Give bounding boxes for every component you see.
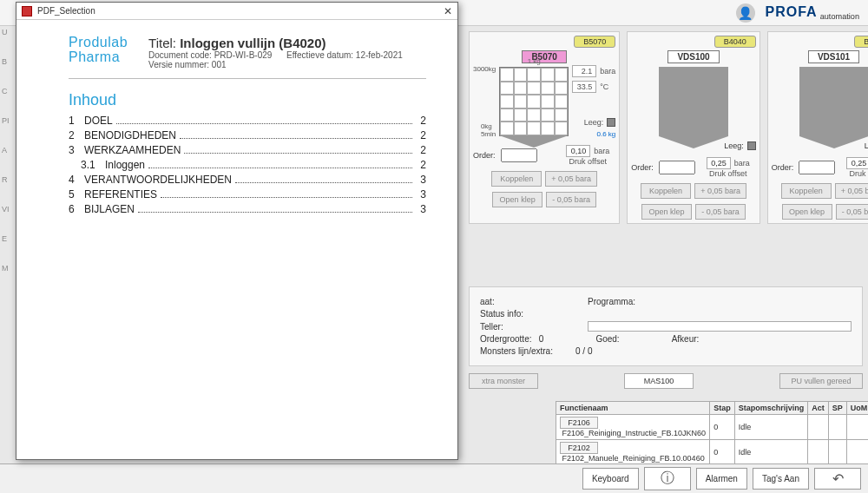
bottom-kg: 0.6 kg	[572, 130, 615, 138]
pdf-app-icon	[22, 6, 32, 16]
extra-monster-button[interactable]: xtra monster	[469, 373, 538, 389]
close-icon[interactable]: ✕	[444, 5, 452, 17]
plus-bara-button[interactable]: + 0,05 bara	[694, 183, 746, 199]
koppelen-button[interactable]: Koppelen	[641, 183, 691, 199]
order-input[interactable]	[659, 161, 695, 174]
scale-top: 3000kg	[473, 65, 496, 73]
reading-temp: 33.5 °C	[572, 81, 615, 93]
doc-title: Titel: Inloggen vullijn (B4020)	[148, 36, 403, 50]
back-icon[interactable]: ↶	[814, 468, 861, 490]
toc-item[interactable]: 1DOEL2	[69, 115, 426, 127]
table-row[interactable]: F2106 F2106_Reiniging_Instructie_FB.10JK…	[556, 415, 869, 440]
bottom-bar: Keyboard ⓘ Alarmen Tag's Aan ↶	[0, 463, 868, 493]
toc-item[interactable]: 6BIJLAGEN3	[69, 203, 426, 215]
leeg-led-icon	[607, 118, 615, 127]
minus-bara-button[interactable]: - 0,05 bara	[695, 204, 746, 220]
plus-bara-button[interactable]: + 0,05 bara	[545, 171, 597, 187]
tank-badge: B5070	[574, 36, 615, 48]
toc-item[interactable]: 3.1Inloggen2	[69, 159, 426, 171]
alarmen-button[interactable]: Alarmen	[696, 468, 747, 490]
brand-text: PROFA	[766, 4, 818, 19]
toc-item[interactable]: 4VERANTWOORDELIJKHEDEN3	[69, 174, 426, 186]
koppelen-button[interactable]: Koppelen	[491, 171, 542, 187]
tank-vessel: 1 kg	[499, 67, 569, 136]
pdf-document-body: Produlab Pharma Titel: Inloggen vullijn …	[16, 20, 457, 459]
pu-vullen-button[interactable]: PU vullen gereed	[779, 373, 863, 389]
pdf-titlebar[interactable]: PDF_Selection ✕	[16, 3, 457, 20]
tank-panel-vds101: B4041 VDS101 Leeg: Order: 0,25bara Druk …	[767, 31, 868, 224]
scale-time: 5min	[481, 130, 496, 138]
mas100-button[interactable]: MAS100	[624, 373, 694, 389]
toc-item[interactable]: 2BENODIGDHEDEN2	[69, 129, 426, 141]
left-rail-labels: U B C PI A R VI E M	[2, 28, 14, 273]
scale-bot: 0kg	[481, 122, 492, 130]
pdf-selection-window: PDF_Selection ✕ Produlab Pharma Titel: I…	[16, 2, 458, 460]
info-icon[interactable]: ⓘ	[644, 467, 691, 490]
leeg-led-icon	[747, 141, 756, 150]
tanks-row: B5070 B5070 3000kg 0kg 5min 1 kg 2.1 bar…	[469, 31, 863, 224]
top-qty: 1 kg	[500, 57, 568, 65]
order-input[interactable]	[501, 148, 537, 162]
tank-badge: B4041	[854, 36, 868, 48]
tank-vessel	[799, 67, 868, 136]
tank-vessel	[659, 67, 728, 136]
koppelen-button[interactable]: Koppelen	[781, 183, 832, 199]
open-klep-button[interactable]: Open klep	[782, 204, 832, 220]
teller-progress	[588, 321, 852, 332]
minus-bara-button[interactable]: - 0,05 bara	[546, 192, 596, 207]
toc-item[interactable]: 5REFERENTIES3	[69, 188, 426, 200]
brand-sub: automation	[820, 12, 859, 21]
minus-bara-button[interactable]: - 0,05 bara	[836, 204, 868, 220]
tank-panel-b5070: B5070 B5070 3000kg 0kg 5min 1 kg 2.1 bar…	[469, 31, 620, 224]
open-klep-button[interactable]: Open klep	[641, 204, 692, 220]
keyboard-button[interactable]: Keyboard	[582, 468, 639, 490]
user-avatar-icon[interactable]: 👤	[736, 3, 755, 23]
open-klep-button[interactable]: Open klep	[492, 192, 542, 207]
tank-badge: B4040	[714, 36, 756, 48]
plus-bara-button[interactable]: + 0,05 bara	[835, 183, 868, 199]
reading-bara: 2.1 bara	[572, 65, 615, 77]
toc-list: 1DOEL2 2BENODIGDHEDEN2 3WERKZAAMHEDEN2 3…	[69, 115, 426, 215]
toc-heading: Inhoud	[69, 91, 426, 109]
order-input[interactable]	[799, 161, 835, 174]
order-label: Order:	[473, 151, 496, 160]
tags-button[interactable]: Tag's Aan	[753, 468, 809, 490]
table-row[interactable]: F2102 F2102_Manuele_Reiniging_FB.10.0046…	[556, 440, 869, 465]
toc-item[interactable]: 3WERKZAAMHEDEN2	[69, 144, 426, 156]
extra-buttons-row: xtra monster MAS100 PU vullen gereed	[469, 373, 863, 389]
process-panel: aat: Programma: Status info: Teller: Ord…	[469, 286, 863, 366]
tank-panel-vds100: B4040 VDS100 Leeg: Order: 0,25bara Druk …	[627, 31, 760, 224]
brand-logo: PROFA automation	[766, 4, 860, 21]
produlab-logo: Produlab Pharma	[69, 36, 128, 69]
tank-title: VDS100	[667, 50, 719, 63]
pdf-window-title: PDF_Selection	[37, 6, 95, 16]
doc-meta: Document code: PRD-WI-B-029 Effectieve d…	[148, 50, 403, 60]
tank-title: VDS101	[808, 50, 859, 63]
